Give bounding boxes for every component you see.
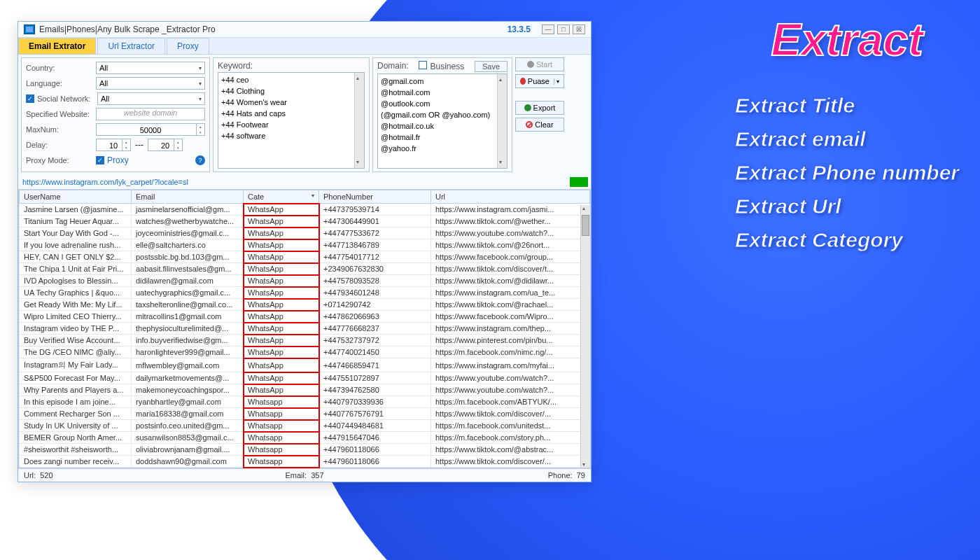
table-row[interactable]: Instagram video by THE P...thephysiocult… [20,323,590,335]
side-item-category: Extract Category [735,228,959,252]
table-row[interactable]: Jasmine Larsen (@jasmine...jasminelarsen… [20,204,590,216]
cell-url: https://www.tiktok.com/discover/... [431,456,590,468]
cell-username: Study In UK University of ... [20,420,132,432]
language-select[interactable]: All▾ [96,77,205,90]
business-checkbox[interactable] [419,61,427,69]
cell-phone: +2349067632830 [319,263,431,275]
keyword-label: Keyword: [218,61,253,71]
proxymode-label: Proxy Mode: [26,156,96,164]
cell-email: postssblc.bg.bd.103@gm... [132,251,244,263]
delay-from-input[interactable]: 10▴▾ [96,139,131,151]
cell-phone: +447915647046 [319,432,431,444]
keywords-list[interactable]: +44 ceo +44 Clothing +44 Women's wear +4… [218,72,365,169]
pause-icon [520,78,526,85]
table-scrollbar[interactable] [580,205,590,468]
tab-proxy[interactable]: Proxy [167,38,209,54]
cell-email: joyceoministries@gmail.c... [132,227,244,239]
table-row[interactable]: UA Techy Graphics | &quo...uatechygraphi… [20,287,590,299]
keywords-scrollbar[interactable] [354,73,364,168]
domain-item: @hotmail.com [381,87,504,98]
start-button[interactable]: Start [515,57,564,71]
table-row[interactable]: Instagram의 My Fair Lady...mflwembley@gma… [20,358,590,372]
table-row[interactable]: Buy Verified Wise Account...info.buyveri… [20,335,590,346]
cell-cate: WhatsApp [244,335,319,346]
cell-username: Instagram video by THE P... [20,323,132,335]
col-phone[interactable]: PhoneNumber [319,190,431,204]
tab-url-extractor[interactable]: Url Extractor [97,38,165,54]
pause-button[interactable]: Puase▾ [515,74,564,88]
tab-email-extractor[interactable]: Email Extrator [18,38,96,54]
cell-username: #sheisworthit #sheisworth... [20,444,132,456]
cell-cate: WhatsApp [244,251,319,263]
cell-phone: +447960118066 [319,456,431,468]
website-input[interactable]: website domain [96,108,205,120]
proxymode-checkbox[interactable]: ✓ [96,156,104,164]
table-row[interactable]: Get Ready With Me: My Lif...taxshelteron… [20,299,590,311]
cell-username: Instagram의 My Fair Lady... [20,358,132,372]
country-select[interactable]: All▾ [96,62,205,74]
cell-username: Does zangi number receiv... [20,456,132,468]
cell-cate: WhatsApp [244,216,319,227]
app-window: Emails|Phones|Any Bulk Scrape _Extractor… [18,21,592,482]
table-row[interactable]: If you love adrenaline rush...elle@saltc… [20,239,590,251]
save-button[interactable]: Save [475,61,507,72]
cell-username: UA Techy Graphics | &quo... [20,287,132,299]
cell-url: https://www.instagram.com/ua_te... [431,287,590,299]
table-row[interactable]: Comment Recharger Son ...maria168338@gma… [20,408,590,420]
status-phone-count: 79 [577,471,585,479]
social-checkbox[interactable]: ✓ [26,94,34,103]
table-row[interactable]: Why Parents and Players a...makemoneycoa… [20,384,590,396]
maximize-button[interactable]: □ [557,24,570,34]
side-item-title: Extract Title [735,94,959,118]
col-username[interactable]: UserName [20,190,132,204]
cell-email: makemoneycoachingspor... [132,384,244,396]
cell-phone: +4407767576791 [319,408,431,420]
clear-button[interactable]: Clear [515,118,564,132]
col-cate[interactable]: Cate▾ [244,190,319,204]
cell-username: If you love adrenaline rush... [20,239,132,251]
table-row[interactable]: In this episode I am joine...ryanbhartle… [20,396,590,408]
cell-username: Wipro Limited CEO Thierry... [20,311,132,323]
domain-item: @hotmail.fr [381,132,504,143]
table-row[interactable]: #sheisworthit #sheisworth...oliviabrownj… [20,444,590,456]
social-select[interactable]: All▾ [97,92,205,105]
cell-cate: WhatsApp [244,239,319,251]
status-url-label: Url: [24,471,36,479]
status-url-count: 520 [40,471,52,479]
maxnum-input[interactable]: 50000▴▾ [96,123,205,136]
cell-url: https://www.tiktok.com/@rachael... [431,299,590,311]
cell-cate: WhatsApp [244,346,319,358]
help-icon[interactable]: ? [195,155,205,165]
side-item-phone: Extract Phone number [735,161,959,185]
cell-cate: WhatsApp [244,263,319,275]
table-row[interactable]: Study In UK University of ...postsinfo.c… [20,420,590,432]
filters-panel: Country: All▾ Language: All▾ ✓ Social Ne… [21,57,210,172]
table-row[interactable]: Start Your Day With God -...joyceominist… [20,227,590,239]
table-row[interactable]: The DG /CEO NIMC @aliy...haronlightever9… [20,346,590,358]
col-email[interactable]: Email [132,190,244,204]
cell-username: Buy Verified Wise Account... [20,335,132,346]
domains-scrollbar[interactable] [497,74,507,168]
cell-email: watches@wetherbywatche... [132,216,244,227]
export-button[interactable]: Export [515,101,564,115]
table-row[interactable]: HEY, CAN I GET ONLY $2...postssblc.bg.bd… [20,251,590,263]
minimize-button[interactable]: — [542,24,554,34]
status-email-label: Email: [285,471,307,479]
close-button[interactable]: ☒ [573,24,585,34]
table-row[interactable]: S&P500 Forecast For May...dailymarketmov… [20,372,590,384]
cell-url: https://m.facebook.com/unitedst... [431,420,590,432]
toolbar: Country: All▾ Language: All▾ ✓ Social Ne… [18,55,591,175]
delay-to-input[interactable]: 20▴▾ [148,139,183,151]
cell-cate: WhatsApp [244,384,319,396]
table-row[interactable]: The Chipa 1 Unit at Fair Pri...aabasit.f… [20,263,590,275]
col-url[interactable]: Url [431,190,590,204]
table-row[interactable]: Titanium Tag Heuer Aquar...watches@wethe… [20,216,590,227]
table-row[interactable]: Wipro Limited CEO Thierry...mitracollins… [20,311,590,323]
cell-url: https://www.tiktok.com/discover/... [431,408,590,420]
table-row[interactable]: BEMER Group North Amer...susanwilson8853… [20,432,590,444]
domains-list[interactable]: @gmail.com @hotmail.com @outlook.com (@g… [377,74,507,169]
cell-cate: WhatsApp [244,372,319,384]
table-row[interactable]: IVD Apologises to Blessin...didilawren@g… [20,275,590,287]
side-title: Extract [735,14,959,66]
table-row[interactable]: Does zangi number receiv...doddshawn90@g… [20,456,590,468]
